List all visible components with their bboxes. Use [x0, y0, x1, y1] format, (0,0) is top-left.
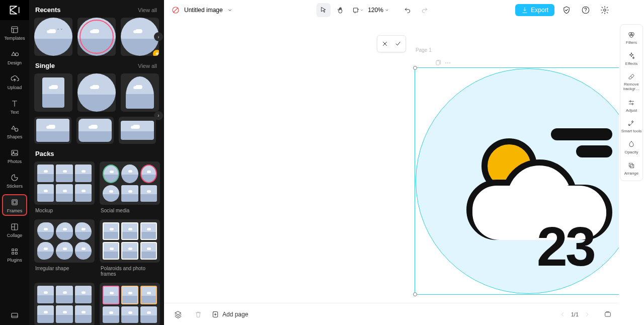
help-button[interactable] — [579, 3, 593, 17]
nav-label: Text — [11, 110, 19, 115]
select-tool[interactable] — [316, 3, 331, 17]
opacity-button[interactable]: Opacity — [620, 136, 642, 157]
nav-frames[interactable]: Frames — [3, 195, 27, 215]
pack-irregular[interactable]: Irregular shape — [34, 219, 95, 278]
nav-photos[interactable]: Photos — [3, 145, 27, 166]
zoom-control[interactable]: 120% — [368, 7, 389, 14]
nav-upload[interactable]: Upload — [3, 71, 27, 92]
recents-title: Recents — [35, 6, 61, 14]
next-page-icon[interactable] — [584, 311, 591, 318]
arrange-button[interactable]: Arrange — [620, 157, 642, 179]
svg-rect-22 — [629, 164, 632, 167]
nav-templates[interactable]: Templates — [3, 22, 27, 43]
rr-label: Adjust — [626, 108, 637, 113]
right-rail: Filters Effects Remove backgr… Adjust Sm… — [619, 0, 644, 325]
nav-collage[interactable]: Collage — [3, 219, 27, 240]
no-color-icon[interactable] — [171, 6, 180, 15]
frames-panel: Recents View all ⌄⌄ + › Single View all … — [29, 0, 164, 325]
remove-bg-button[interactable]: Remove backgr… — [620, 69, 642, 95]
nav-text[interactable]: Text — [3, 96, 27, 117]
adjust-button[interactable]: Adjust — [620, 95, 642, 116]
pack-more[interactable] — [100, 283, 160, 325]
frame-thumb[interactable]: + — [121, 18, 159, 56]
svg-point-1 — [15, 128, 18, 131]
shield-button[interactable] — [559, 3, 574, 17]
confirm-edit-button[interactable] — [391, 38, 405, 50]
hand-tool[interactable] — [334, 3, 348, 17]
resize-handle[interactable] — [413, 66, 417, 70]
presentation-icon[interactable] — [604, 310, 612, 318]
effects-button[interactable]: Effects — [620, 48, 642, 69]
undo-button[interactable] — [400, 3, 415, 17]
opacity-icon — [627, 140, 635, 148]
crop-tool[interactable] — [351, 3, 365, 17]
add-page-label: Add page — [222, 311, 248, 318]
chevron-down-icon — [360, 8, 364, 12]
app-logo[interactable] — [0, 0, 29, 20]
nav-design[interactable]: Design — [3, 47, 27, 67]
duplicate-page-icon[interactable] — [435, 59, 442, 66]
cancel-edit-button[interactable] — [378, 38, 391, 50]
layers-icon — [174, 310, 182, 318]
crop-icon — [352, 6, 360, 14]
zoom-value: 120% — [368, 7, 383, 14]
pack-label: Social media — [100, 205, 160, 214]
recents-viewall[interactable]: View all — [138, 7, 157, 13]
export-button[interactable]: Export — [515, 4, 554, 16]
frame-thumb[interactable] — [121, 73, 159, 112]
arrange-icon — [627, 161, 635, 170]
redo-button[interactable] — [418, 3, 432, 17]
nav-bottom-button[interactable] — [3, 306, 27, 325]
delete-button[interactable] — [191, 307, 205, 321]
frame-thumb[interactable] — [34, 73, 72, 112]
canvas[interactable]: Page 1 ⋯ 23 — [164, 20, 619, 303]
nav-label: Collage — [7, 233, 23, 238]
frame-thumb[interactable] — [76, 117, 114, 144]
pack-more[interactable] — [34, 283, 95, 325]
add-page-button[interactable]: Add page — [211, 310, 248, 318]
project-title[interactable]: Untitled image — [184, 7, 223, 14]
svg-rect-0 — [12, 27, 18, 33]
scroll-right-icon[interactable]: › — [154, 32, 163, 41]
filters-button[interactable]: Filters — [620, 27, 642, 48]
page-more-icon[interactable]: ⋯ — [445, 59, 451, 66]
nav-plugins[interactable]: Plugins — [3, 244, 27, 265]
design-icon — [10, 50, 19, 59]
page-counter: 1/1 — [571, 311, 579, 317]
pack-mockup[interactable]: Mockup — [34, 161, 95, 214]
pack-label: Polaroids and photo frames — [100, 263, 160, 278]
single-viewall[interactable]: View all — [138, 63, 157, 69]
svg-rect-13 — [354, 8, 358, 12]
prev-page-icon[interactable] — [559, 311, 566, 318]
frame-thumb[interactable]: ⌄⌄ — [34, 18, 72, 56]
smart-tools-button[interactable]: Smart tools — [620, 116, 642, 137]
frame-thumb[interactable] — [77, 73, 116, 112]
layers-button[interactable] — [171, 307, 185, 321]
page-label: Page 1 — [416, 47, 432, 53]
pack-social[interactable]: Social media — [100, 161, 160, 214]
svg-point-3 — [13, 151, 14, 152]
nav-label: Shapes — [7, 134, 23, 139]
selection-box[interactable] — [415, 67, 619, 295]
resize-handle[interactable] — [413, 292, 417, 296]
nav-stickers[interactable]: Stickers — [3, 170, 27, 191]
chevron-down-icon[interactable] — [227, 7, 233, 13]
nav-label: Frames — [7, 208, 23, 213]
plus-badge-icon: + — [153, 50, 159, 56]
svg-rect-16 — [436, 61, 439, 65]
stickers-icon — [10, 173, 19, 182]
shapes-icon — [10, 124, 19, 133]
main-area: Untitled image 120% Export Page 1 ⋯ — [164, 0, 619, 325]
nav-label: Design — [8, 60, 22, 65]
frame-thumb[interactable] — [119, 117, 156, 144]
svg-point-15 — [604, 9, 606, 12]
confirm-bar — [377, 35, 406, 52]
frame-thumb[interactable] — [77, 18, 116, 56]
settings-button[interactable] — [598, 3, 612, 17]
single-title: Single — [35, 62, 55, 69]
rr-label: Filters — [626, 40, 637, 45]
pack-polaroids[interactable]: Polaroids and photo frames — [100, 219, 160, 278]
frame-thumb[interactable] — [34, 117, 71, 144]
nav-shapes[interactable]: Shapes — [3, 121, 27, 141]
packs-section: Packs Mockup Social media Irregular shap… — [34, 144, 164, 325]
